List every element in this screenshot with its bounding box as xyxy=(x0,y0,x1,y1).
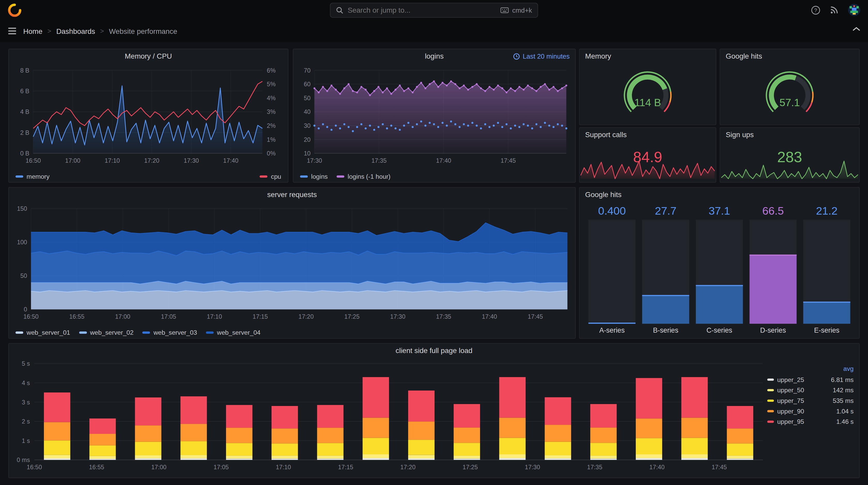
panel-memory-gauge: Memory 114 B xyxy=(579,49,716,125)
memory-gauge[interactable]: 114 B xyxy=(580,64,716,125)
server-requests-legend: web_server_01web_server_02web_server_03w… xyxy=(16,329,568,336)
legend-label: upper_25 xyxy=(777,376,804,383)
svg-text:16:55: 16:55 xyxy=(69,313,85,320)
svg-text:17:35: 17:35 xyxy=(436,313,451,320)
clock-icon xyxy=(513,53,520,60)
legend-item-logins-1-hour-[interactable]: logins (-1 hour) xyxy=(337,173,391,180)
svg-text:17:25: 17:25 xyxy=(344,313,360,320)
client-load-chart[interactable]: 0 ms1 s2 s3 s4 s5 s16:5016:5517:0017:051… xyxy=(9,358,769,477)
legend-item-upper_50[interactable]: upper_50142 ms xyxy=(767,385,855,395)
svg-text:3 s: 3 s xyxy=(22,399,30,406)
panel-title[interactable]: Google hits xyxy=(720,49,859,64)
panel-title[interactable]: Sign ups xyxy=(720,128,859,142)
panel-title[interactable]: server requests xyxy=(9,188,575,202)
time-range-link[interactable]: Last 20 minutes xyxy=(513,49,570,64)
panel-logins: logins Last 20 minutes 1020304050607017:… xyxy=(293,49,576,183)
bar-gauge-A-series[interactable]: 0.400A-series xyxy=(588,204,636,335)
breadcrumb-separator: > xyxy=(100,27,104,35)
bar-gauge-E-series[interactable]: 21.2E-series xyxy=(803,204,850,335)
legend-swatch xyxy=(206,332,214,334)
panel-title[interactable]: Google hits xyxy=(580,188,859,202)
server-requests-chart[interactable]: 05010015016:5016:5517:0017:0517:1017:151… xyxy=(9,202,575,326)
breadcrumb-dashboards[interactable]: Dashboards xyxy=(56,27,95,35)
legend-item-logins[interactable]: logins xyxy=(300,173,328,180)
bar-gauge-B-series[interactable]: 27.7B-series xyxy=(642,204,689,335)
legend-avg-value: 6.81 ms xyxy=(831,376,855,383)
bar-gauge-fill xyxy=(749,255,797,324)
user-avatar[interactable] xyxy=(848,4,860,16)
sign-ups-stat[interactable]: 283 xyxy=(720,142,859,182)
bar-gauge-track xyxy=(588,220,636,324)
legend-avg-header: avg xyxy=(767,364,855,374)
svg-text:17:25: 17:25 xyxy=(463,464,478,471)
svg-text:60: 60 xyxy=(304,81,311,88)
grafana-app: cmd+k ? Home > Dashboards > Website perf… xyxy=(0,0,868,485)
menu-toggle-icon[interactable] xyxy=(8,27,17,35)
bar-gauge-label: A-series xyxy=(599,324,625,335)
legend-item-upper_75[interactable]: upper_75535 ms xyxy=(767,395,855,406)
legend-item-upper_25[interactable]: upper_256.81 ms xyxy=(767,374,855,385)
logins-chart[interactable]: 1020304050607017:3017:3517:4017:45 xyxy=(293,64,575,170)
svg-text:16:55: 16:55 xyxy=(89,464,104,471)
bar-gauge-value: 37.1 xyxy=(709,204,730,220)
bar-gauge-label: C-series xyxy=(707,324,733,335)
svg-text:150: 150 xyxy=(17,205,27,212)
legend-item-web-server-04[interactable]: web_server_04 xyxy=(206,329,260,336)
svg-text:17:40: 17:40 xyxy=(649,464,665,471)
memory-cpu-chart[interactable]: 0 B2 B4 B6 B8 B0%1%2%3%4%5%6%16:5017:001… xyxy=(9,64,288,170)
legend-label: logins (-1 hour) xyxy=(348,173,391,180)
svg-text:2%: 2% xyxy=(267,122,276,129)
legend-label: web_server_02 xyxy=(90,329,134,336)
memory-cpu-legend: memorycpu xyxy=(16,173,281,180)
support-calls-stat[interactable]: 84.9 xyxy=(580,142,716,182)
legend-swatch xyxy=(767,410,774,412)
svg-text:4 s: 4 s xyxy=(22,380,30,386)
panel-memory-cpu: Memory / CPU 0 B2 B4 B6 B8 B0%1%2%3%4%5%… xyxy=(8,49,288,183)
bar-gauge-value: 0.400 xyxy=(598,204,626,220)
search-bar[interactable]: cmd+k xyxy=(330,3,538,18)
legend-item-upper_95[interactable]: upper_951.46 s xyxy=(767,416,855,427)
legend-swatch xyxy=(767,420,774,423)
svg-text:8 B: 8 B xyxy=(20,67,29,74)
legend-item-cpu[interactable]: cpu xyxy=(260,173,281,180)
legend-item-memory[interactable]: memory xyxy=(16,173,50,180)
panel-title[interactable]: Memory / CPU xyxy=(9,49,288,64)
legend-item-web-server-03[interactable]: web_server_03 xyxy=(142,329,197,336)
search-input[interactable] xyxy=(348,6,496,14)
breadcrumb: Home > Dashboards > Website performance xyxy=(23,27,177,35)
panel-title[interactable]: Support calls xyxy=(580,128,716,142)
svg-text:0 B: 0 B xyxy=(20,150,29,157)
legend-label: upper_95 xyxy=(777,418,804,425)
bar-gauge-label: D-series xyxy=(760,324,786,335)
svg-text:6%: 6% xyxy=(267,67,276,74)
bar-gauge-group[interactable]: 0.400A-series27.7B-series37.1C-series66.… xyxy=(588,204,850,335)
legend-swatch xyxy=(260,175,268,178)
svg-text:17:30: 17:30 xyxy=(525,464,540,471)
panel-support-calls: Support calls 84.9 xyxy=(579,127,716,183)
bar-gauge-fill xyxy=(642,295,689,324)
svg-text:17:00: 17:00 xyxy=(115,313,130,320)
grafana-logo-icon[interactable] xyxy=(8,3,22,17)
chevron-up-icon[interactable] xyxy=(852,27,860,32)
panel-title[interactable]: client side full page load xyxy=(9,344,859,358)
svg-text:17:35: 17:35 xyxy=(587,464,602,471)
panel-server-requests: server requests 05010015016:5016:5517:00… xyxy=(8,187,576,338)
help-icon[interactable]: ? xyxy=(811,5,820,14)
bar-gauge-C-series[interactable]: 37.1C-series xyxy=(696,204,743,335)
svg-text:17:10: 17:10 xyxy=(276,464,291,471)
svg-text:0 ms: 0 ms xyxy=(17,457,30,463)
svg-text:70: 70 xyxy=(304,67,311,74)
panel-title[interactable]: Memory xyxy=(580,49,716,64)
svg-text:17:15: 17:15 xyxy=(338,464,353,471)
search-shortcut: cmd+k xyxy=(501,6,532,14)
news-feed-icon[interactable] xyxy=(830,5,839,14)
svg-text:50: 50 xyxy=(21,272,27,279)
google-hits-gauge[interactable]: 57.1 xyxy=(720,64,859,125)
bar-gauge-D-series[interactable]: 66.5D-series xyxy=(749,204,797,335)
legend-item-web-server-02[interactable]: web_server_02 xyxy=(79,329,133,336)
legend-item-upper_90[interactable]: upper_901.04 s xyxy=(767,406,855,416)
svg-text:100: 100 xyxy=(17,239,27,246)
legend-item-web-server-01[interactable]: web_server_01 xyxy=(16,329,70,336)
svg-text:30: 30 xyxy=(304,122,311,129)
breadcrumb-home[interactable]: Home xyxy=(23,27,42,35)
